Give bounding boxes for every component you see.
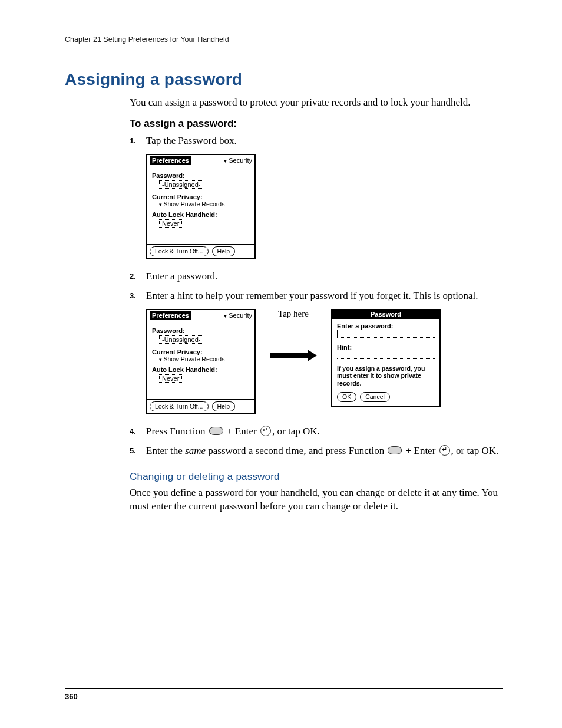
- ok-button[interactable]: OK: [337, 392, 356, 402]
- step-3: 3. Enter a hint to help your remember yo…: [130, 289, 503, 303]
- screenshot-preferences-2: Preferences Security Password: -Unassign…: [146, 309, 256, 414]
- screenshot-preferences-1: Preferences Security Password: -Unassign…: [146, 154, 256, 259]
- step-number: 5.: [130, 446, 136, 456]
- screenshot-password-dialog: Password Enter a password: Hint: If you …: [331, 309, 441, 407]
- step-5: 5. Enter the same password a second time…: [130, 444, 503, 458]
- password-box[interactable]: -Unassigned-: [159, 180, 203, 189]
- palm-button-bar: Lock & Turn Off... Help: [147, 244, 254, 258]
- dialog-title: Password: [332, 310, 439, 319]
- step-text-part: Enter the: [146, 445, 185, 456]
- section-title: Assigning a password: [65, 70, 503, 89]
- tap-here-label: Tap here: [278, 309, 309, 319]
- autolock-label: Auto Lock Handheld:: [152, 366, 250, 373]
- procedure-steps-cont: 2. Enter a password. 3. Enter a hint to …: [130, 270, 503, 303]
- autolock-box[interactable]: Never: [159, 374, 182, 383]
- enter-key-icon: [439, 445, 450, 456]
- intro-paragraph: You can assign a password to protect you…: [130, 96, 503, 110]
- step-text: Enter a password.: [146, 271, 217, 282]
- privacy-label: Current Privacy:: [152, 348, 250, 355]
- subsection-title: Changing or deleting a password: [130, 471, 503, 483]
- step-4: 4. Press Function + Enter , or tap OK.: [130, 425, 503, 439]
- step-text-part: Press Function: [146, 426, 208, 437]
- help-button[interactable]: Help: [212, 401, 236, 411]
- step-number: 2.: [130, 271, 136, 282]
- palm-title: Preferences: [150, 311, 191, 320]
- enter-password-label: Enter a password:: [337, 322, 435, 330]
- autolock-box[interactable]: Never: [159, 219, 182, 228]
- step-text: Enter a hint to help your remember your …: [146, 290, 478, 301]
- procedure-steps: 1. Tap the Password box.: [130, 134, 503, 148]
- hint-input[interactable]: [337, 352, 435, 360]
- privacy-selector[interactable]: Show Private Records: [159, 355, 250, 363]
- step-text-em: same: [185, 445, 206, 456]
- page: Chapter 21 Setting Preferences for Your …: [0, 0, 562, 728]
- enter-key-icon: [260, 426, 271, 436]
- cancel-button[interactable]: Cancel: [360, 392, 390, 402]
- privacy-label: Current Privacy:: [152, 193, 250, 200]
- privacy-selector[interactable]: Show Private Records: [159, 200, 250, 207]
- password-label: Password:: [152, 172, 250, 179]
- lock-button[interactable]: Lock & Turn Off...: [150, 246, 209, 256]
- palm-category-dropdown[interactable]: Security: [224, 157, 252, 164]
- arrow-right-icon: [270, 351, 317, 360]
- palm-title: Preferences: [150, 156, 191, 165]
- dialog-button-row: OK Cancel: [337, 392, 435, 402]
- step-2: 2. Enter a password.: [130, 270, 503, 284]
- procedure-title: To assign a password:: [130, 118, 503, 130]
- lock-button[interactable]: Lock & Turn Off...: [150, 401, 209, 411]
- subsection-body: Once you define a password for your hand…: [130, 486, 503, 513]
- page-number: 360: [65, 688, 503, 701]
- function-key-icon: [388, 446, 402, 454]
- autolock-label: Auto Lock Handheld:: [152, 211, 250, 218]
- palm-button-bar: Lock & Turn Off... Help: [147, 399, 254, 413]
- figure-row: Preferences Security Password: -Unassign…: [146, 309, 503, 414]
- palm-titlebar: Preferences Security: [147, 155, 254, 167]
- step-number: 4.: [130, 426, 136, 437]
- section-body: You can assign a password to protect you…: [130, 96, 503, 513]
- password-box[interactable]: -Unassigned-: [159, 335, 203, 344]
- step-text-part: + Enter: [403, 445, 438, 456]
- running-head: Chapter 21 Setting Preferences for Your …: [65, 35, 503, 50]
- palm-category-dropdown[interactable]: Security: [224, 312, 252, 319]
- palm-titlebar: Preferences Security: [147, 310, 254, 322]
- step-text-part: password a second time, and press Functi…: [206, 445, 386, 456]
- step-1: 1. Tap the Password box.: [130, 134, 503, 148]
- help-button[interactable]: Help: [212, 246, 236, 256]
- password-label: Password:: [152, 327, 250, 334]
- procedure-steps-cont2: 4. Press Function + Enter , or tap OK. 5…: [130, 425, 503, 458]
- palm-body: Password: -Unassigned- Current Privacy: …: [147, 167, 254, 244]
- step-number: 1.: [130, 136, 136, 146]
- dialog-note: If you assign a password, you must enter…: [337, 365, 435, 387]
- step-text-part: + Enter: [224, 426, 259, 437]
- function-key-icon: [209, 427, 223, 435]
- palm-body: Password: -Unassigned- Current Privacy: …: [147, 322, 254, 399]
- figure-annotation: Tap here: [264, 309, 323, 360]
- step-number: 3.: [130, 291, 136, 301]
- dialog-body: Enter a password: Hint: If you assign a …: [332, 319, 439, 406]
- hint-label: Hint:: [337, 344, 435, 351]
- step-text-part: , or tap OK.: [272, 426, 320, 437]
- callout-line: [204, 345, 283, 345]
- step-text-part: , or tap OK.: [451, 445, 499, 456]
- step-text: Tap the Password box.: [146, 135, 237, 146]
- password-input[interactable]: [337, 331, 435, 339]
